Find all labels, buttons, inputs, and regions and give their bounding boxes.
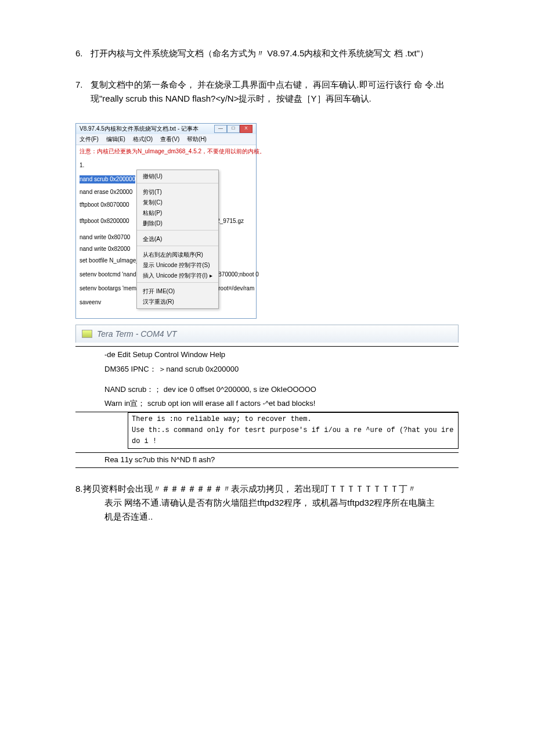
list-text: 机是否连通.. — [104, 510, 459, 524]
ctx-insert-unicode[interactable]: 插入 Unicode 控制字符(I)▸ — [137, 271, 218, 281]
list-number: 7. — [75, 78, 91, 106]
teraterm-menubar: -de Edit Setup Control Window Help — [75, 347, 459, 363]
ctx-delete[interactable]: 删除(D) — [137, 218, 218, 229]
window-controls: — □ X — [214, 125, 252, 133]
context-menu: 撤销(U) 剪切(T) 复制(C) 粘贴(P) 删除(D) 全选(A) 从右到左… — [136, 170, 219, 309]
document-page: 6. 打开内核与文件系统烧写文档（命名方式为〃 V8.97.4.5内核和文件系统… — [0, 0, 534, 524]
notepad-menubar: 文件(F) 编辑(E) 格式(O) 查看(V) 帮助(H) — [76, 134, 256, 145]
notepad-titlebar: V8.97.4.5内核和文件系统烧写文档.txt - 记事本 — □ X — [76, 124, 256, 134]
text-line: 1. — [80, 161, 252, 170]
teraterm-window: Tera Term - COM4 VT -de Edit Setup Contr… — [75, 325, 459, 468]
terminal-line: Rea 11y sc?ub this N^ND fl ash? — [75, 453, 459, 467]
teraterm-icon — [82, 330, 92, 338]
ctx-select-all[interactable]: 全选(A) — [137, 234, 218, 244]
ctx-show-unicode[interactable]: 显示 Unicode 控制字符(S) — [137, 260, 218, 271]
list-text: 表示 网络不通.请确认是否有防火墙阻拦tftpd32程序， 或机器与tftpd3… — [104, 496, 459, 510]
note-warning: 注意：内核已经更换为N_uImage_dm368_4.5.2，不要使用以前的内核… — [80, 147, 252, 156]
close-button[interactable]: X — [240, 125, 252, 133]
terminal-row: Rea 11y sc?ub this N^ND fl ash? — [75, 452, 459, 468]
maximize-button[interactable]: □ — [227, 125, 240, 133]
minimize-button[interactable]: — — [214, 125, 227, 133]
list-text: 复制文档中的第一条命令， 并在烧录工具界面中点右键， 再回车确认.即可运行该行 … — [91, 78, 459, 106]
ctx-copy[interactable]: 复制(C) — [137, 197, 218, 208]
menu-help[interactable]: 帮助(H) — [187, 136, 207, 142]
list-text: 打开内核与文件系统烧写文档（命名方式为〃 V8.97.4.5内核和文件系统烧写文… — [91, 46, 459, 60]
list-text: 拷贝资料时会出现〃＃＃＃＃＃＃＃〃表示成功拷贝， 若出现叮ＴＴＴＴＴＴＴＴ丁〃 — [83, 484, 416, 494]
teraterm-title: Tera Term - COM4 VT — [97, 327, 176, 340]
ctx-separator — [137, 183, 218, 186]
list-number: 8. — [75, 484, 83, 494]
ctx-paste[interactable]: 粘贴(P) — [137, 208, 218, 218]
ctx-cut[interactable]: 剪切(T) — [137, 187, 218, 197]
terminal-line: There is :no reliable way; to recover th… — [132, 414, 454, 425]
menu-view[interactable]: 查看(V) — [160, 136, 179, 142]
notepad-title: V8.97.4.5内核和文件系统烧写文档.txt - 记事本 — [80, 125, 199, 133]
terminal-line: Warn in宣； scrub opt ion will erase all f… — [75, 398, 459, 410]
ctx-open-ime[interactable]: 打开 IME(O) — [137, 286, 218, 297]
selected-text: nand scrub 0x200000 — [80, 175, 135, 183]
terminal-line: Use th:.s command only for tesrt purpose… — [132, 425, 454, 447]
terminal-highlight-box: There is :no reliable way; to recover th… — [128, 412, 459, 449]
list-number: 6. — [75, 46, 91, 60]
list-item-7: 7. 复制文档中的第一条命令， 并在烧录工具界面中点右键， 再回车确认.即可运行… — [75, 78, 459, 106]
notepad-body[interactable]: 注意：内核已经更换为N_uImage_dm368_4.5.2，不要使用以前的内核… — [76, 145, 256, 318]
list-item-8: 8.拷贝资料时会出现〃＃＃＃＃＃＃＃〃表示成功拷贝， 若出现叮ＴＴＴＴＴＴＴＴ丁… — [75, 482, 459, 524]
teraterm-body: -de Edit Setup Control Window Help DM365… — [75, 346, 459, 412]
menu-format[interactable]: 格式(O) — [133, 136, 153, 142]
terminal-line: NAND scrub：； dev ice 0 offset 0^200000, … — [75, 384, 459, 396]
ctx-separator — [137, 282, 218, 285]
ctx-undo[interactable]: 撤销(U) — [137, 171, 218, 182]
ctx-rtl[interactable]: 从右到左的阅读顺序(R) — [137, 250, 218, 260]
notepad-window: V8.97.4.5内核和文件系统烧写文档.txt - 记事本 — □ X 文件(… — [75, 123, 257, 319]
menu-file[interactable]: 文件(F) — [80, 136, 99, 142]
list-item-6: 6. 打开内核与文件系统烧写文档（命名方式为〃 V8.97.4.5内核和文件系统… — [75, 46, 459, 60]
ctx-separator — [137, 230, 218, 233]
ctx-reconvert[interactable]: 汉字重选(R) — [137, 297, 218, 307]
menu-edit[interactable]: 编辑(E) — [106, 136, 125, 142]
teraterm-titlebar: Tera Term - COM4 VT — [75, 325, 459, 343]
ctx-separator — [137, 246, 218, 249]
terminal-line: DM365 IPNC： ＞nand scrub 0x200000 — [75, 363, 459, 376]
